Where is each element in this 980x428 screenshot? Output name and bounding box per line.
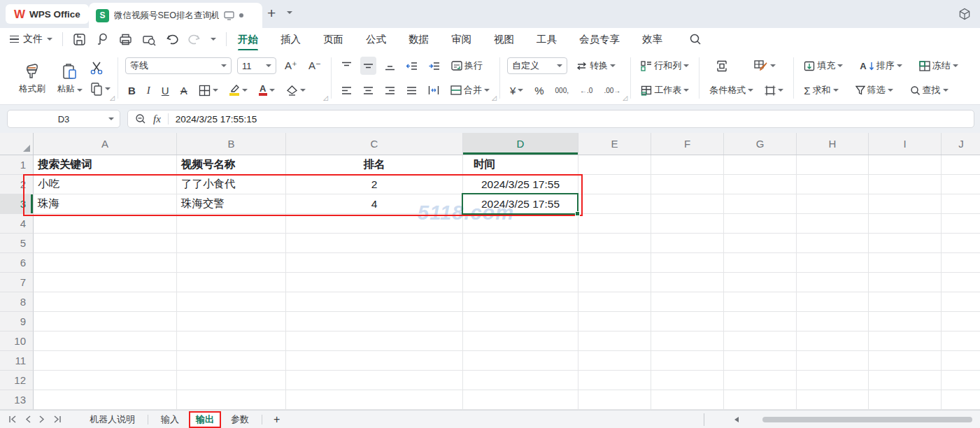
cell-F3[interactable] xyxy=(651,194,724,214)
cell-E4[interactable] xyxy=(578,214,651,234)
cell-F7[interactable] xyxy=(651,273,724,292)
italic-button[interactable]: I xyxy=(144,81,153,99)
sheet-tab-参数[interactable]: 参数 xyxy=(224,412,256,427)
cell-I8[interactable] xyxy=(869,292,942,312)
cell-E1[interactable] xyxy=(578,155,651,175)
cell-E7[interactable] xyxy=(578,273,651,292)
sheet-tab-输入[interactable]: 输入 xyxy=(154,412,186,427)
cell-C10[interactable] xyxy=(286,331,463,351)
hscroll-left-arrow-icon[interactable] xyxy=(734,417,739,422)
cell-I12[interactable] xyxy=(869,371,942,390)
column-header-E[interactable]: E xyxy=(578,133,651,155)
row-header-5[interactable]: 5 xyxy=(0,234,34,253)
cell-G7[interactable] xyxy=(724,273,797,292)
column-header-D[interactable]: D xyxy=(463,133,578,155)
menu-tab-会员专享[interactable]: 会员专享 xyxy=(578,29,621,50)
cell-H13[interactable] xyxy=(797,390,869,410)
cell-J12[interactable] xyxy=(942,371,980,390)
prev-sheet-icon[interactable] xyxy=(25,415,31,423)
column-header-H[interactable]: H xyxy=(797,133,869,155)
cell-H5[interactable] xyxy=(797,234,869,253)
cell-D6[interactable] xyxy=(463,253,578,273)
cell-G2[interactable] xyxy=(724,175,797,194)
cell-C8[interactable] xyxy=(286,292,463,312)
cell-G13[interactable] xyxy=(724,390,797,410)
cell-I7[interactable] xyxy=(869,273,942,292)
convert-button[interactable]: 转换 xyxy=(573,57,618,75)
cell-H9[interactable] xyxy=(797,312,869,331)
undo-icon[interactable] xyxy=(166,34,178,45)
sort-button[interactable]: A 排序 xyxy=(857,57,904,75)
dialog-launcher-icon[interactable]: ◿ xyxy=(492,94,497,101)
cell-J13[interactable] xyxy=(942,390,980,410)
cell-I13[interactable] xyxy=(869,390,942,410)
conditional-format-button[interactable]: 条件格式 xyxy=(706,81,756,99)
sheet-tab-输出[interactable]: 输出 xyxy=(189,411,221,428)
column-header-J[interactable]: J xyxy=(942,133,980,155)
row-header-10[interactable]: 10 xyxy=(0,331,34,351)
menu-tab-插入[interactable]: 插入 xyxy=(279,29,302,50)
cell-D10[interactable] xyxy=(463,331,578,351)
increase-indent-button[interactable] xyxy=(426,57,443,75)
cell-F4[interactable] xyxy=(651,214,724,234)
cell-C11[interactable] xyxy=(286,351,463,371)
cell-J11[interactable] xyxy=(942,351,980,371)
cell-I11[interactable] xyxy=(869,351,942,371)
cell-A8[interactable] xyxy=(34,292,177,312)
paste-button[interactable]: 粘贴 xyxy=(52,56,88,102)
find-button[interactable]: 查找 xyxy=(907,81,951,99)
cell-H1[interactable] xyxy=(797,155,869,175)
cell-D4[interactable] xyxy=(463,214,578,234)
column-header-F[interactable]: F xyxy=(651,133,724,155)
highlight-color-button[interactable] xyxy=(227,81,250,99)
row-header-7[interactable]: 7 xyxy=(0,273,34,292)
export-pdf-icon[interactable] xyxy=(96,33,109,46)
cell-A12[interactable] xyxy=(34,371,177,390)
new-tab-button[interactable]: + xyxy=(267,6,276,21)
column-header-B[interactable]: B xyxy=(177,133,286,155)
underline-button[interactable]: U xyxy=(159,81,172,99)
cell-G1[interactable] xyxy=(724,155,797,175)
number-format-select[interactable]: 自定义 xyxy=(507,57,567,74)
cell-C4[interactable] xyxy=(286,214,463,234)
menu-tab-视图[interactable]: 视图 xyxy=(492,29,516,50)
cell-C9[interactable] xyxy=(286,312,463,331)
percent-button[interactable]: % xyxy=(532,81,546,99)
print-preview-icon[interactable] xyxy=(142,33,156,46)
increase-decimal-button[interactable]: ←.0 xyxy=(577,81,595,99)
shrink-font-button[interactable]: A⁻ xyxy=(306,57,324,75)
cell-I9[interactable] xyxy=(869,312,942,331)
cell-B3[interactable]: 珠海交警 xyxy=(177,194,286,214)
cell-H11[interactable] xyxy=(797,351,869,371)
cell-F13[interactable] xyxy=(651,390,724,410)
cell-H3[interactable] xyxy=(797,194,869,214)
align-middle-button[interactable] xyxy=(360,57,376,75)
freeze-button[interactable]: 冻结 xyxy=(916,57,961,75)
strikethrough-button[interactable]: A xyxy=(178,81,190,99)
cell-A9[interactable] xyxy=(34,312,177,331)
row-header-1[interactable]: 1 xyxy=(0,155,34,175)
cell-J6[interactable] xyxy=(942,253,980,273)
menu-tab-页面[interactable]: 页面 xyxy=(322,29,345,50)
dialog-launcher-icon[interactable]: ◿ xyxy=(110,94,115,101)
cell-I10[interactable] xyxy=(869,331,942,351)
cell-C6[interactable] xyxy=(286,253,463,273)
cell-I3[interactable] xyxy=(869,194,942,214)
cell-B2[interactable]: 了了小食代 xyxy=(177,175,286,194)
cell-E5[interactable] xyxy=(578,234,651,253)
cell-A4[interactable] xyxy=(34,214,177,234)
cell-D1[interactable]: 时间 xyxy=(463,155,578,175)
cell-J2[interactable] xyxy=(942,175,980,194)
cube-icon[interactable] xyxy=(958,7,972,21)
column-header-G[interactable]: G xyxy=(724,133,797,155)
cell-I6[interactable] xyxy=(869,253,942,273)
font-color-button[interactable]: A xyxy=(256,81,278,99)
cell-J8[interactable] xyxy=(942,292,980,312)
select-all-corner[interactable] xyxy=(0,133,34,155)
cell-C7[interactable] xyxy=(286,273,463,292)
row-header-11[interactable]: 11 xyxy=(0,351,34,371)
grow-font-button[interactable]: A⁺ xyxy=(282,57,300,75)
wps-office-menu-button[interactable]: W WPS Office xyxy=(6,4,89,24)
merge-cells-button[interactable]: 合并 xyxy=(448,81,492,99)
cell-G8[interactable] xyxy=(724,292,797,312)
